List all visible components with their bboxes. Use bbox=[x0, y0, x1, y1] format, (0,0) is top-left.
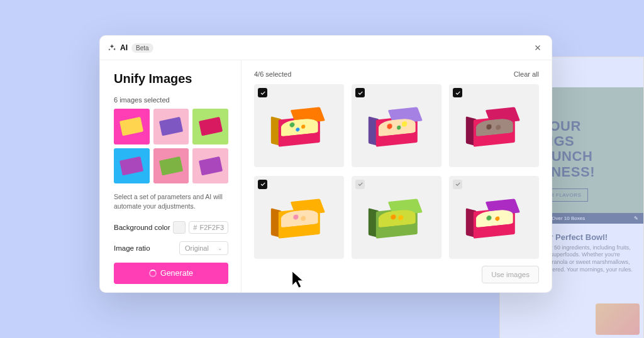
thumbnail-grid bbox=[114, 109, 228, 183]
modal-title: Unify Images bbox=[114, 72, 228, 86]
help-text: Select a set of parameters and AI will a… bbox=[114, 192, 228, 210]
check-icon bbox=[455, 90, 461, 96]
thumbnail[interactable] bbox=[153, 109, 189, 144]
bg-color-swatch[interactable] bbox=[173, 221, 186, 234]
product-image bbox=[367, 107, 426, 151]
check-icon bbox=[357, 90, 364, 96]
ratio-select[interactable]: Original ⌄ bbox=[179, 241, 228, 255]
right-panel: 4/6 selected Clear all Use images bbox=[242, 60, 552, 292]
thumbnail[interactable] bbox=[192, 109, 228, 144]
check-icon bbox=[357, 181, 364, 187]
selection-checkbox[interactable] bbox=[355, 180, 365, 189]
product-image bbox=[269, 107, 328, 151]
close-icon bbox=[533, 43, 542, 52]
clear-all-button[interactable]: Clear all bbox=[514, 70, 539, 78]
selection-checkbox[interactable] bbox=[453, 88, 462, 97]
left-panel: Unify Images 6 images selected Select a … bbox=[100, 60, 242, 292]
thumbnail[interactable] bbox=[114, 109, 150, 144]
product-image bbox=[367, 198, 426, 243]
sparkle-icon bbox=[108, 43, 116, 52]
product-image bbox=[269, 198, 328, 243]
selection-checkbox[interactable] bbox=[258, 180, 267, 189]
result-card[interactable] bbox=[254, 176, 344, 259]
chevron-down-icon: ⌄ bbox=[218, 245, 223, 251]
generate-button[interactable]: Generate bbox=[114, 263, 228, 284]
product-image bbox=[464, 198, 523, 243]
result-card[interactable] bbox=[449, 176, 539, 259]
check-icon bbox=[455, 181, 461, 187]
product-image bbox=[464, 107, 523, 151]
result-card[interactable] bbox=[352, 176, 441, 259]
bg-hex-input[interactable]: # F2F2F3 bbox=[189, 221, 228, 234]
thumbnail[interactable] bbox=[114, 148, 150, 184]
selection-checkbox[interactable] bbox=[453, 180, 462, 189]
selected-count: 6 images selected bbox=[114, 96, 228, 104]
close-button[interactable] bbox=[531, 41, 544, 54]
result-card[interactable] bbox=[254, 84, 344, 167]
ratio-label: Image ratio bbox=[114, 244, 150, 252]
result-count: 4/6 selected bbox=[254, 70, 291, 78]
check-icon bbox=[260, 90, 266, 96]
param-background-color: Background color # F2F2F3 bbox=[114, 221, 228, 234]
thumbnail[interactable] bbox=[153, 148, 189, 184]
selection-checkbox[interactable] bbox=[355, 88, 365, 97]
ai-label: AI bbox=[120, 43, 128, 52]
result-card[interactable] bbox=[352, 84, 441, 167]
param-image-ratio: Image ratio Original ⌄ bbox=[114, 241, 228, 255]
check-icon bbox=[260, 181, 266, 187]
result-card[interactable] bbox=[449, 84, 539, 167]
spinner-icon bbox=[149, 270, 157, 277]
result-grid bbox=[254, 84, 539, 259]
bg-color-label: Background color bbox=[114, 224, 170, 231]
modal-header: AI Beta bbox=[100, 36, 552, 60]
use-images-button[interactable]: Use images bbox=[482, 266, 539, 283]
thumbnail[interactable] bbox=[192, 148, 228, 184]
selection-checkbox[interactable] bbox=[258, 88, 267, 97]
beta-badge: Beta bbox=[131, 43, 153, 53]
unify-images-modal: AI Beta Unify Images 6 images selected S… bbox=[99, 35, 552, 293]
